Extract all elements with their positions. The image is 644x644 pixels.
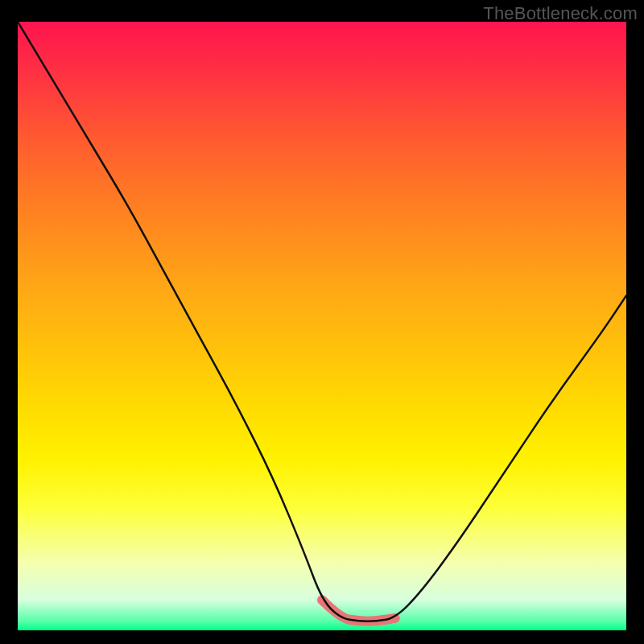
plot-area: [18, 22, 626, 630]
chart-frame: TheBottleneck.com: [0, 0, 644, 644]
curve-line: [18, 22, 626, 621]
curve-layer: [18, 22, 626, 630]
watermark-text: TheBottleneck.com: [483, 3, 638, 24]
